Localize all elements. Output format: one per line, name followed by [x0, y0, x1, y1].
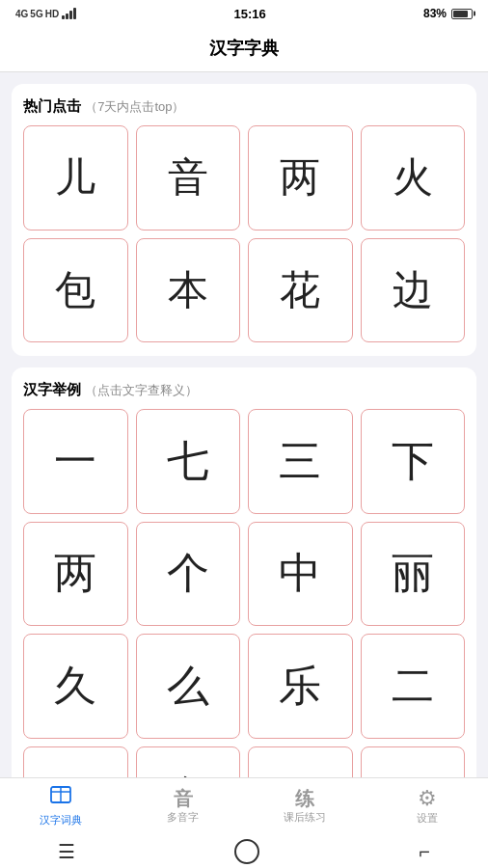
signal-bars	[62, 8, 76, 19]
app-title: 汉字字典	[209, 39, 279, 58]
battery-icon	[451, 9, 473, 19]
tab-settings[interactable]: ⚙设置	[366, 778, 489, 835]
settings-label: 设置	[417, 811, 438, 826]
hot-char-cell[interactable]: 儿	[23, 125, 128, 231]
network-labels: 4G 5G HD	[15, 9, 59, 19]
example-char-cell[interactable]: 七	[136, 409, 241, 514]
hot-char-cell[interactable]: 边	[361, 238, 466, 343]
example-char-grid: 一七三下两个中丽久么乐二云亮人什	[23, 409, 465, 777]
example-char-cell[interactable]: 丽	[361, 522, 466, 627]
dictionary-label: 汉字词典	[40, 813, 82, 827]
example-section-title: 汉字举例 （点击文字查释义）	[23, 381, 465, 399]
hot-char-cell[interactable]: 音	[136, 125, 241, 231]
status-bar: 4G 5G HD 15:16 83%	[0, 0, 488, 27]
network-5g: 5G	[30, 9, 42, 19]
example-char-cell[interactable]: 三	[248, 409, 353, 514]
menu-icon[interactable]: ☰	[58, 840, 75, 863]
network-4g: 4G	[15, 9, 28, 19]
example-char-cell[interactable]: 两	[23, 522, 128, 627]
hot-section-title: 热门点击 （7天内点击top）	[23, 97, 465, 116]
example-char-cell[interactable]: 一	[23, 409, 128, 514]
example-char-cell[interactable]: 个	[136, 522, 241, 627]
example-char-cell[interactable]: 乐	[248, 634, 353, 739]
example-char-cell[interactable]: 下	[361, 409, 466, 514]
home-button[interactable]	[234, 839, 259, 864]
hot-section: 热门点击 （7天内点击top） 儿音两火包本花边	[12, 84, 476, 356]
tab-practice[interactable]: 练课后练习	[244, 778, 366, 835]
hot-char-cell[interactable]: 花	[248, 238, 353, 343]
network-hd: HD	[45, 9, 59, 19]
battery-fill	[453, 11, 468, 17]
polyphonic-icon: 音	[174, 789, 193, 808]
example-char-cell[interactable]: 什	[361, 746, 466, 778]
app-header: 汉字字典	[0, 27, 488, 72]
example-char-cell[interactable]: 人	[248, 746, 353, 778]
hot-char-cell[interactable]: 火	[361, 125, 466, 231]
tab-polyphonic[interactable]: 音多音字	[122, 778, 245, 835]
example-char-cell[interactable]: 云	[23, 746, 128, 778]
status-right: 83%	[423, 7, 473, 20]
example-section: 汉字举例 （点击文字查释义） 一七三下两个中丽久么乐二云亮人什	[12, 367, 476, 777]
example-char-cell[interactable]: 亮	[136, 746, 241, 778]
battery-percent: 83%	[423, 7, 447, 20]
example-char-cell[interactable]: 么	[136, 634, 241, 739]
back-icon[interactable]: ⌐	[419, 841, 430, 863]
practice-icon: 练	[295, 789, 314, 808]
tab-bar: 汉字词典音多音字练课后练习⚙设置	[0, 777, 488, 835]
hot-char-grid: 儿音两火包本花边	[23, 125, 465, 342]
dictionary-icon	[49, 786, 72, 811]
hot-char-cell[interactable]: 两	[248, 125, 353, 231]
practice-label: 课后练习	[284, 810, 326, 825]
settings-icon: ⚙	[418, 788, 437, 809]
example-char-cell[interactable]: 久	[23, 634, 128, 739]
example-char-cell[interactable]: 二	[361, 634, 466, 739]
example-char-cell[interactable]: 中	[248, 522, 353, 627]
hot-section-subtitle: （7天内点击top）	[85, 99, 184, 114]
status-left: 4G 5G HD	[15, 8, 76, 19]
home-bar: ☰ ⌐	[0, 835, 488, 868]
example-section-subtitle: （点击文字查释义）	[85, 383, 198, 397]
tab-dictionary[interactable]: 汉字词典	[0, 778, 122, 835]
main-content: 热门点击 （7天内点击top） 儿音两火包本花边 汉字举例 （点击文字查释义） …	[0, 72, 488, 777]
status-time: 15:16	[233, 7, 265, 21]
polyphonic-label: 多音字	[167, 810, 199, 825]
hot-char-cell[interactable]: 本	[136, 238, 241, 343]
hot-char-cell[interactable]: 包	[23, 238, 128, 343]
